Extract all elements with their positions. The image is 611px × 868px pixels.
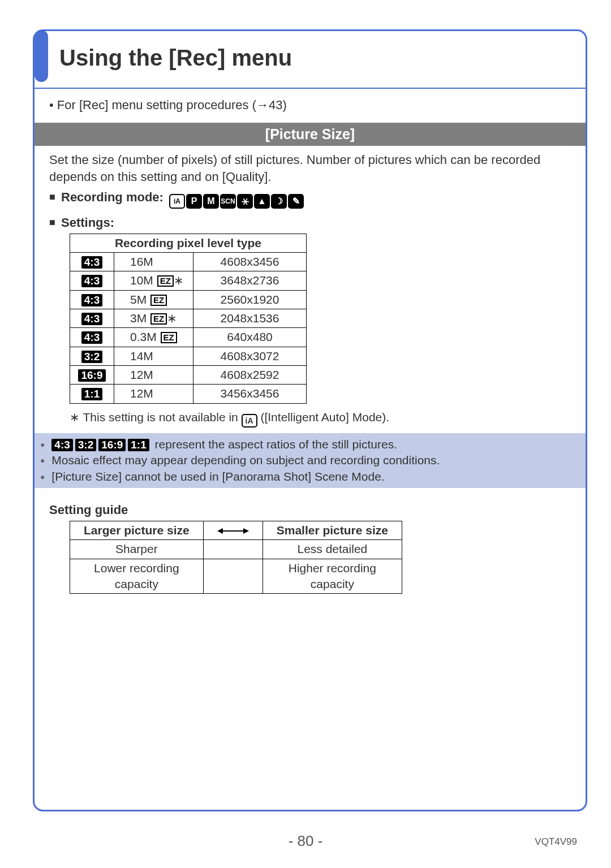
mode-night-icon: ☽ xyxy=(271,194,287,209)
aspect-cell: 16:9 xyxy=(70,366,114,385)
resolution-cell: 2048x1536 xyxy=(193,309,307,327)
title-container: Using the [Rec] menu xyxy=(35,31,586,88)
setting-guide-table: Larger picture size Smaller picture size… xyxy=(70,521,402,594)
aspect-badge: 4:3 xyxy=(51,439,72,451)
aspect-badge: 16:9 xyxy=(78,369,105,382)
aspect-cell: 1:1 xyxy=(70,385,114,403)
page-frame: Using the [Rec] menu • For [Rec] menu se… xyxy=(33,29,587,811)
setting-guide-title: Setting guide xyxy=(49,502,571,519)
aspect-cell: 4:3 xyxy=(70,328,114,347)
aspect-badge: 4:3 xyxy=(81,331,102,344)
guide-cell-right: Higher recordingcapacity xyxy=(263,559,402,594)
aspect-badge: 1:1 xyxy=(128,439,149,451)
pixel-table-header: Recording pixel level type xyxy=(70,234,307,252)
guide-cell-left: Lower recordingcapacity xyxy=(70,559,204,594)
aspect-badge: 1:1 xyxy=(81,388,102,400)
mode-m-icon: M xyxy=(203,194,219,209)
mode-p-icon: P xyxy=(186,194,202,209)
mode-creative-icon: ✎ xyxy=(288,194,304,209)
aspect-badge: 4:3 xyxy=(81,294,102,306)
document-id: VQT4V99 xyxy=(535,836,577,849)
guide-head-arrow xyxy=(203,521,263,539)
size-cell: 0.3M EZ xyxy=(114,328,193,347)
table-row: SharperLess detailed xyxy=(70,540,402,559)
svg-marker-1 xyxy=(217,528,223,534)
mode-landscape-icon: ▲ xyxy=(254,194,270,209)
callout-line1-suffix: represent the aspect ratios of the still… xyxy=(155,438,397,451)
callout-line1: ● 4:33:216:91:1 represent the aspect rat… xyxy=(40,437,580,452)
size-cell: 16M xyxy=(114,252,193,271)
table-row: Lower recordingcapacityHigher recordingc… xyxy=(70,559,402,594)
table-row: 4:33M EZ∗2048x1536 xyxy=(70,309,307,327)
resolution-cell: 4608x3456 xyxy=(193,252,307,271)
table-row: 4:316M 4608x3456 xyxy=(70,252,307,271)
resolution-cell: 3456x3456 xyxy=(193,385,307,403)
size-cell: 3M EZ∗ xyxy=(114,309,193,327)
table-row: 1:112M 3456x3456 xyxy=(70,385,307,403)
pixel-level-table: Recording pixel level type 4:316M 4608x3… xyxy=(70,234,307,404)
table-row: 4:35M EZ2560x1920 xyxy=(70,290,307,309)
title-accent-tab xyxy=(35,30,48,82)
callout-line3: ● [Picture Size] cannot be used in [Pano… xyxy=(40,469,580,485)
table-row: 3:214M 4608x3072 xyxy=(70,347,307,365)
aspect-badge: 3:2 xyxy=(75,439,96,451)
aspect-cell: 4:3 xyxy=(70,271,114,290)
guide-cell-spacer xyxy=(203,559,263,594)
resolution-cell: 3648x2736 xyxy=(193,271,307,290)
mode-scn-icon: SCN xyxy=(220,194,236,209)
section-description: Set the size (number of pixels) of still… xyxy=(49,152,571,185)
size-cell: 5M EZ xyxy=(114,290,193,309)
resolution-cell: 4608x2592 xyxy=(193,366,307,385)
callout-line2-text: Mosaic effect may appear depending on su… xyxy=(51,454,440,467)
aspect-badge: 4:3 xyxy=(81,275,102,287)
resolution-cell: 640x480 xyxy=(193,328,307,347)
aspect-badge: 4:3 xyxy=(81,313,102,325)
aspect-cell: 4:3 xyxy=(70,309,114,327)
guide-cell-right: Less detailed xyxy=(263,540,402,559)
ia-mode-icon: iA xyxy=(242,414,257,427)
guide-head-left: Larger picture size xyxy=(70,521,204,539)
table-row: 4:310M EZ∗3648x2736 xyxy=(70,271,307,290)
guide-head-right: Smaller picture size xyxy=(263,521,402,539)
intro-line: • For [Rec] menu setting procedures (→43… xyxy=(49,97,571,114)
mode-ia-icon: iA xyxy=(169,194,185,209)
ez-badge-icon: EZ xyxy=(150,313,167,325)
ez-badge-icon: EZ xyxy=(150,295,167,306)
settings-header: ■ Settings: xyxy=(49,214,571,231)
size-cell: 12M xyxy=(114,366,193,385)
page-title: Using the [Rec] menu xyxy=(59,42,292,79)
square-bullet-icon: ■ xyxy=(49,217,55,228)
guide-cell-spacer xyxy=(203,540,263,559)
aspect-cell: 3:2 xyxy=(70,347,114,365)
callout-line2: ● Mosaic effect may appear depending on … xyxy=(40,452,580,468)
footnote-suffix: ([Intelligent Auto] Mode). xyxy=(260,411,389,424)
page-number: - 80 - xyxy=(0,831,611,851)
callout-line3-text: [Picture Size] cannot be used in [Panora… xyxy=(51,470,384,483)
settings-label: Settings: xyxy=(61,215,114,230)
size-cell: 10M EZ∗ xyxy=(114,271,193,290)
recording-mode-row: ■ Recording mode: iA P M SCN ⚹ ▲ ☽ ✎ xyxy=(49,189,571,209)
recording-mode-label: Recording mode: xyxy=(61,190,163,204)
footnote-prefix: ∗ This setting is not available in xyxy=(70,411,242,424)
section-heading: [Picture Size] xyxy=(35,123,586,146)
resolution-cell: 2560x1920 xyxy=(193,290,307,309)
mode-icons: iA P M SCN ⚹ ▲ ☽ ✎ xyxy=(169,194,304,209)
table-row: 16:912M 4608x2592 xyxy=(70,366,307,385)
circle-bullet-icon: ● xyxy=(40,472,45,481)
aspect-cell: 4:3 xyxy=(70,290,114,309)
svg-marker-2 xyxy=(243,528,249,534)
ez-badge-icon: EZ xyxy=(161,332,177,343)
ez-badge-icon: EZ xyxy=(157,275,174,287)
guide-cell-left: Sharper xyxy=(70,540,204,559)
aspect-badge: 4:3 xyxy=(81,256,102,269)
main-content: • For [Rec] menu setting procedures (→43… xyxy=(35,89,586,597)
resolution-cell: 4608x3072 xyxy=(193,347,307,365)
size-cell: 12M xyxy=(114,385,193,403)
circle-bullet-icon: ● xyxy=(40,440,45,449)
square-bullet-icon: ■ xyxy=(49,191,55,202)
info-callout: ● 4:33:216:91:1 represent the aspect rat… xyxy=(35,433,586,488)
aspect-cell: 4:3 xyxy=(70,252,114,271)
mode-sports-icon: ⚹ xyxy=(237,194,253,209)
aspect-badge: 3:2 xyxy=(81,351,102,363)
aspect-badge: 16:9 xyxy=(98,439,126,451)
